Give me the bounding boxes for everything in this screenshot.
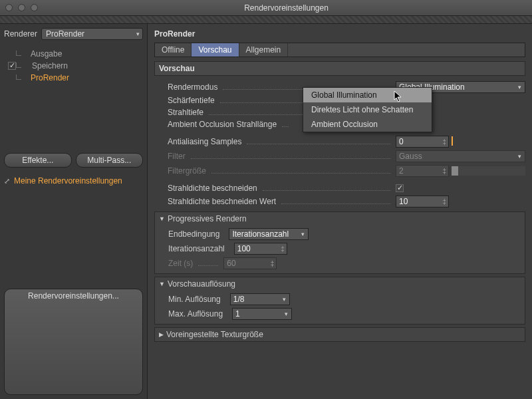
group-vres: ▼Vorschauauflösung Min. Auflösung 1/8 Ma…	[154, 277, 525, 325]
strahltiefe-label: Strahltiefe	[168, 108, 203, 117]
group-vres-header[interactable]: ▼Vorschauauflösung	[155, 277, 525, 291]
filter-label: Filter	[168, 152, 186, 161]
toolbar-grip	[0, 16, 532, 24]
sidebar: Renderer ProRender Ausgabe ✓ Speichern P…	[0, 24, 148, 399]
strahldichte-val-label: Strahldichte beschneiden Wert	[168, 197, 276, 206]
schaerfentiefe-label: Schärfentiefe	[168, 96, 215, 105]
minres-label: Min. Auflösung	[168, 295, 221, 304]
triangle-right-icon: ▶	[159, 331, 164, 338]
iter-field[interactable]: 100	[234, 243, 287, 255]
aa-field[interactable]: 0	[396, 136, 449, 148]
panel-title: ProRender	[154, 29, 525, 39]
close-dot[interactable]	[5, 4, 13, 11]
window-controls	[5, 4, 38, 11]
titlebar: Rendervoreinstellungen	[0, 0, 532, 16]
multipass-button[interactable]: Multi-Pass...	[76, 153, 144, 168]
endbedingung-dropdown[interactable]: Iterationsanzahl	[229, 228, 309, 240]
tree-item-save[interactable]: ✓ Speichern	[4, 60, 143, 72]
strahldichte-cut-checkbox[interactable]: ✓	[396, 184, 404, 192]
effects-button[interactable]: Effekte...	[4, 153, 72, 168]
section-vorschau: Vorschau	[154, 61, 525, 76]
dropdown-option[interactable]: Global Illumination	[303, 88, 432, 102]
rendermodus-label: Rendermodus	[168, 82, 217, 92]
dropdown-option[interactable]: Ambient Occlusion	[303, 117, 432, 132]
render-presets-button[interactable]: Rendervoreinstellungen...	[4, 289, 143, 395]
mouse-cursor-icon	[394, 90, 403, 102]
triangle-down-icon: ▼	[159, 215, 165, 222]
tab-offline[interactable]: Offline	[155, 43, 192, 57]
tab-vorschau[interactable]: Vorschau	[192, 43, 239, 57]
group-progressive-header[interactable]: ▼Progressives Rendern	[155, 212, 525, 225]
minres-dropdown[interactable]: 1/8	[230, 293, 290, 305]
filtersize-field: 2	[396, 165, 449, 177]
group-tex: ▶Voreingestellte Texturgröße	[154, 327, 525, 342]
filter-dropdown: Gauss	[396, 150, 525, 162]
dropdown-option[interactable]: Direktes Licht ohne Schatten	[303, 102, 432, 117]
group-tex-header[interactable]: ▶Voreingestellte Texturgröße	[155, 328, 525, 341]
renderer-label: Renderer	[4, 29, 37, 39]
presets-icon: ⤢	[4, 177, 10, 186]
tabs: Offline Vorschau Allgemein	[154, 43, 525, 57]
filtersize-label: Filtergröße	[168, 166, 206, 176]
minimize-dot[interactable]	[18, 4, 25, 11]
my-presets-row[interactable]: ⤢ Meine Rendervoreinstellungen	[4, 174, 143, 188]
tree-item-output[interactable]: Ausgabe	[4, 48, 143, 60]
rendermodus-dropdown-menu: Global Illumination Direktes Licht ohne …	[303, 87, 432, 132]
endbedingung-label: Endbedingung	[168, 229, 219, 239]
maxres-label: Max. Auflösung	[168, 309, 223, 319]
window-title: Rendervoreinstellungen	[46, 3, 527, 13]
strahldichte-val-field[interactable]: 10	[396, 196, 449, 207]
tab-allgemein[interactable]: Allgemein	[239, 43, 289, 57]
content-panel: ProRender Offline Vorschau Allgemein Vor…	[148, 24, 532, 399]
zeit-label: Zeit (s)	[168, 259, 193, 268]
maxres-dropdown[interactable]: 1	[232, 308, 292, 320]
my-presets-label: Meine Rendervoreinstellungen	[14, 176, 122, 186]
ao-strahl-label: Ambient Occlusion Strahllänge	[168, 120, 277, 129]
renderer-dropdown[interactable]: ProRender	[41, 28, 143, 40]
text-caret	[452, 136, 453, 146]
zeit-field: 60	[223, 257, 277, 269]
strahldichte-cut-label: Strahldichte beschneiden	[168, 184, 257, 193]
group-progressive: ▼Progressives Rendern Endbedingung Itera…	[154, 211, 525, 274]
settings-tree: Ausgabe ✓ Speichern ProRender	[4, 48, 143, 149]
tree-item-prorender[interactable]: ProRender	[4, 72, 143, 84]
aa-label: Antialiasing Samples	[168, 137, 241, 146]
filtersize-slider	[452, 166, 525, 176]
triangle-down-icon: ▼	[159, 281, 165, 287]
iter-label: Iterationsanzahl	[168, 244, 225, 253]
save-checkbox[interactable]: ✓	[8, 62, 16, 70]
zoom-dot[interactable]	[31, 4, 38, 11]
